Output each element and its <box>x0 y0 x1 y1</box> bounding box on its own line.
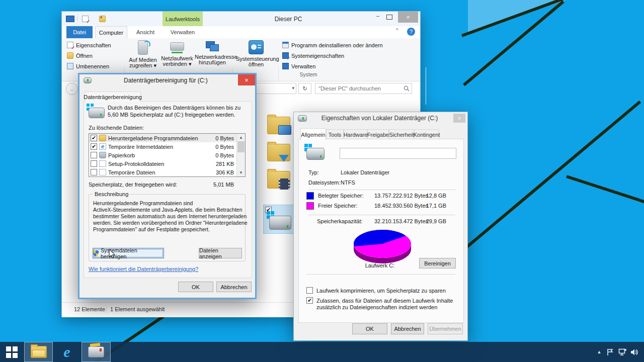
scroll-up-icon[interactable]: ▲ <box>237 134 245 141</box>
status-item-count: 12 Elemente <box>74 306 105 312</box>
scroll-down-icon[interactable]: ▼ <box>237 169 245 176</box>
cancel-button[interactable]: Abbrechen <box>216 282 252 292</box>
cleanup-titlebar[interactable]: Datenträgerbereinigung für (C:) × <box>79 74 255 86</box>
network-icon[interactable] <box>617 342 628 362</box>
list-item[interactable]: Temporäre Dateien306 KB <box>89 168 245 176</box>
ribbon-netzlaufwerk-button[interactable]: Netzlaufwerk verbinden ▾ <box>160 40 194 67</box>
list-item[interactable]: Setup-Protokolldateien281 KB <box>89 159 245 168</box>
ribbon-umbenennen-button[interactable]: Umbenennen <box>67 63 109 69</box>
item-checkbox[interactable]: ✔ <box>91 135 97 141</box>
taskbar-internet-explorer[interactable]: e <box>54 342 80 362</box>
ok-button[interactable]: OK <box>178 282 213 292</box>
clean-system-files-button[interactable]: Systemdateien bereinigen <box>93 248 164 258</box>
item-checkbox[interactable] <box>91 152 97 158</box>
index-label-line2: zusätzlich zu Dateieigenschaften indizie… <box>316 304 437 310</box>
drive-icon <box>306 148 325 160</box>
item-checkbox[interactable]: ✔ <box>91 143 97 150</box>
item-size: 0 Bytes <box>208 144 234 150</box>
videos-folder-icon[interactable] <box>267 171 290 189</box>
tab-computer[interactable]: Computer <box>95 26 127 39</box>
network-monitors-icon <box>206 40 219 50</box>
tab-allgemein[interactable]: Allgemein <box>300 128 326 140</box>
list-item[interactable]: Papierkorb0 Bytes <box>89 151 245 159</box>
compress-checkbox[interactable] <box>306 287 313 294</box>
ribbon-systemeigenschaften-button[interactable]: Systemeigenschaften <box>282 52 344 59</box>
windows-start-icon <box>6 346 18 358</box>
local-disk-icon <box>269 216 291 230</box>
list-item[interactable]: ✔Heruntergeladene Programmdateien0 Bytes <box>89 134 245 142</box>
item-name: Setup-Protokolldateien <box>108 161 206 167</box>
ribbon-uninstall-button[interactable]: Programm deinstallieren oder ändern <box>282 42 383 48</box>
volume-icon[interactable] <box>629 342 640 362</box>
scrollbar-thumb[interactable] <box>237 141 245 152</box>
address-dropdown-icon[interactable]: ▾ <box>292 85 294 90</box>
item-name: Papierkorb <box>108 152 206 158</box>
minimize-icon[interactable]: – <box>373 13 382 22</box>
item-size: 281 KB <box>208 161 234 167</box>
ribbon-oeffnen-button[interactable]: Öffnen <box>67 52 93 59</box>
desktop-folder-icon[interactable] <box>267 117 290 134</box>
view-files-button[interactable]: Dateien anzeigen <box>199 248 242 258</box>
refresh-icon[interactable]: ↻ <box>298 83 311 94</box>
filesystem-label: Dateisystem: <box>308 179 341 186</box>
drive-icon <box>89 108 105 118</box>
ribbon-verwalten-button[interactable]: Verwalten <box>282 63 315 69</box>
maximize-icon[interactable] <box>386 15 392 20</box>
search-input[interactable] <box>315 83 412 94</box>
taskbar-file-explorer[interactable] <box>24 342 53 362</box>
media-drive-icon <box>138 40 148 55</box>
search-icon <box>404 85 410 92</box>
ribbon-label: Eigenschaften <box>76 42 111 48</box>
item-checkbox[interactable] <box>91 160 97 167</box>
properties-titlebar[interactable]: Eigenschaften von Lokaler Datenträger (C… <box>294 112 467 124</box>
local-disk-item-selected[interactable]: ✔ <box>263 205 297 234</box>
ribbon-label: Umbenennen <box>76 63 109 69</box>
system-properties-icon <box>282 52 289 59</box>
used-label: Belegter Speicher: <box>318 193 364 199</box>
action-center-flag-icon[interactable] <box>605 342 615 362</box>
show-hidden-icons[interactable]: ▲ <box>595 342 604 362</box>
close-icon[interactable]: × <box>398 12 418 23</box>
contextual-tab-laufwerktools[interactable]: Laufwerktools <box>163 12 203 26</box>
start-button[interactable] <box>0 342 23 362</box>
apply-button[interactable]: Übernehmen <box>428 323 463 334</box>
list-scrollbar[interactable]: ▲▼ <box>236 134 245 176</box>
taskbar-disk-cleanup[interactable] <box>82 342 111 362</box>
close-icon[interactable]: × <box>453 114 465 123</box>
qat-customize-dropdown-icon[interactable]: ▾ <box>100 15 102 20</box>
uac-shield-icon <box>93 250 99 256</box>
ok-button[interactable]: OK <box>352 323 387 334</box>
ribbon-group-system-label: System <box>273 71 344 77</box>
item-size: 0 Bytes <box>208 135 234 141</box>
list-item[interactable]: ✔Temporäre Internetdateien0 Bytes <box>89 142 245 151</box>
how-cleanup-works-link[interactable]: Wie funktioniert die Datenträgerbereinig… <box>89 266 198 272</box>
tab-datei[interactable]: Datei <box>66 26 93 38</box>
back-icon[interactable]: ← <box>66 83 78 95</box>
ribbon-auf-medien-button[interactable]: Auf Medien zugreifen ▾ <box>126 40 159 68</box>
item-checkbox[interactable] <box>91 169 97 175</box>
close-icon[interactable]: × <box>238 74 255 85</box>
downloads-folder-icon[interactable] <box>267 144 290 161</box>
ribbon-systemsteuerung-button[interactable]: Systemsteuerung öffnen <box>236 40 276 67</box>
explorer-titlebar[interactable]: | ▾ Laufwerktools Dieser PC – × <box>62 12 420 26</box>
help-icon[interactable]: ? <box>407 28 415 36</box>
tab-datentraegerbereinigung[interactable]: Datenträgerbereinigung <box>85 92 141 102</box>
desktop[interactable]: | ▾ Laufwerktools Dieser PC – × Datei Co… <box>0 0 644 362</box>
ribbon-netzwerkadresse-button[interactable]: Netzwerkadresse hinzufügen <box>195 40 230 65</box>
ribbon-label: Netzlaufwerk verbinden ▾ <box>160 56 194 67</box>
cancel-button[interactable]: Abbrechen <box>391 323 424 334</box>
tab-ansicht[interactable]: Ansicht <box>132 26 158 38</box>
bereinigen-button[interactable]: Bereinigen <box>419 258 456 268</box>
search-box[interactable] <box>315 83 412 94</box>
file-explorer-icon <box>31 346 47 358</box>
volume-label-input[interactable] <box>340 148 456 159</box>
ribbon-label: Programm deinstallieren oder ändern <box>291 42 383 48</box>
ribbon-label: Auf Medien zugreifen ▾ <box>126 57 159 68</box>
collapse-ribbon-icon[interactable]: ^ <box>396 28 398 33</box>
index-checkbox[interactable]: ✔ <box>306 297 313 304</box>
disk-cleanup-icon <box>84 77 92 83</box>
ribbon-eigenschaften-button[interactable]: Eigenschaften <box>67 42 111 48</box>
tab-verwalten[interactable]: Verwalten <box>163 26 203 38</box>
qat-properties-icon[interactable] <box>82 16 89 22</box>
cleanup-file-list[interactable]: ✔Heruntergeladene Programmdateien0 Bytes… <box>89 133 246 177</box>
